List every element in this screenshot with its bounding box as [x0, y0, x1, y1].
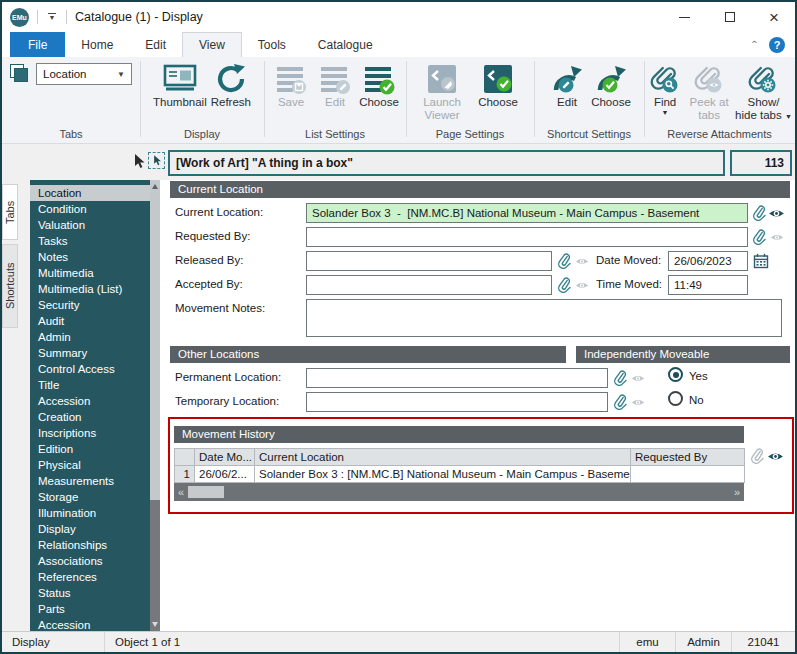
- thumbnail-button[interactable]: Thumbnail: [153, 62, 207, 109]
- chevron-down-icon[interactable]: ▼: [662, 109, 669, 117]
- minimize-button[interactable]: [665, 2, 703, 32]
- help-icon[interactable]: ?: [769, 37, 785, 53]
- pointer-cursor-icon[interactable]: [132, 154, 146, 171]
- page-choose-button[interactable]: Choose: [472, 62, 524, 109]
- movement-notes-field[interactable]: [306, 299, 782, 337]
- tab-item-accession[interactable]: Accession: [30, 393, 150, 409]
- collapse-ribbon-icon[interactable]: ⌃: [750, 39, 759, 49]
- tab-item-title[interactable]: Title: [30, 377, 150, 393]
- scrollbar-thumb[interactable]: [188, 486, 224, 498]
- close-button[interactable]: ×: [755, 2, 793, 32]
- permanent-location-field[interactable]: [306, 368, 608, 388]
- list-choose-button[interactable]: Choose: [359, 62, 399, 109]
- view-attachment-eye-icon-disabled: [573, 253, 590, 270]
- accepted-by-field[interactable]: [306, 275, 552, 295]
- scrollbar-thumb[interactable]: [150, 180, 160, 500]
- scroll-down-icon[interactable]: [152, 622, 158, 627]
- chevron-down-icon[interactable]: ▼: [117, 70, 125, 79]
- tab-edit[interactable]: Edit: [129, 32, 182, 57]
- tab-item-valuation[interactable]: Valuation: [30, 217, 150, 233]
- tab-item-physical[interactable]: Physical: [30, 457, 150, 473]
- scroll-right-icon[interactable]: »: [730, 483, 744, 501]
- movement-history-horizontal-scrollbar[interactable]: « »: [174, 483, 744, 501]
- shortcut-choose-button[interactable]: Choose: [591, 62, 631, 109]
- shortcut-edit-button[interactable]: Edit: [547, 62, 587, 109]
- section-header-other-locations: Other Locations: [170, 346, 566, 363]
- current-location-field[interactable]: Solander Box 3 - [NM.MC.B] National Muse…: [306, 203, 748, 223]
- tab-catalogue[interactable]: Catalogue: [302, 32, 389, 57]
- tab-item-relationships[interactable]: Relationships: [30, 537, 150, 553]
- tab-item-condition[interactable]: Condition: [30, 201, 150, 217]
- tab-item-tasks[interactable]: Tasks: [30, 233, 150, 249]
- find-button[interactable]: Find ▼: [647, 62, 683, 117]
- tab-tools[interactable]: Tools: [242, 32, 302, 57]
- tab-item-control-access[interactable]: Control Access: [30, 361, 150, 377]
- tab-select-combobox[interactable]: Location ▼: [36, 63, 132, 85]
- tab-item-display[interactable]: Display: [30, 521, 150, 537]
- requested-by-field[interactable]: [306, 227, 748, 247]
- tab-item-security[interactable]: Security: [30, 297, 150, 313]
- attach-icon[interactable]: [555, 276, 572, 293]
- thumbnail-icon: [163, 62, 197, 96]
- date-moved-cell[interactable]: 26/06/2...: [195, 466, 255, 483]
- tab-item-audit[interactable]: Audit: [30, 313, 150, 329]
- chevron-down-icon[interactable]: ▼: [785, 113, 792, 120]
- refresh-button[interactable]: Refresh: [211, 62, 251, 109]
- tab-item-references[interactable]: References: [30, 569, 150, 585]
- launch-viewer-button[interactable]: Launch Viewer: [416, 62, 468, 122]
- temporary-location-label: Temporary Location:: [175, 395, 279, 407]
- tab-view[interactable]: View: [182, 32, 242, 57]
- quick-access-dropdown-icon[interactable]: ▼: [46, 13, 58, 21]
- list-edit-button[interactable]: Edit: [315, 62, 355, 109]
- independently-moveable-yes-radio[interactable]: [668, 367, 683, 382]
- tab-list-scrollbar[interactable]: [150, 180, 160, 631]
- time-moved-field[interactable]: 11:49: [668, 275, 748, 295]
- attach-icon[interactable]: [611, 393, 628, 410]
- tab-item-multimedia-list[interactable]: Multimedia (List): [30, 281, 150, 297]
- attach-icon[interactable]: [750, 228, 767, 245]
- view-attachment-eye-icon[interactable]: [767, 448, 784, 465]
- scroll-up-icon[interactable]: [152, 184, 158, 189]
- scroll-left-icon[interactable]: «: [174, 483, 188, 501]
- show-hide-tabs-button[interactable]: Show/ hide tabs ▼: [735, 62, 792, 122]
- tab-file[interactable]: File: [10, 32, 65, 57]
- maximize-button[interactable]: [711, 2, 749, 32]
- attach-icon[interactable]: [611, 369, 628, 386]
- released-by-field[interactable]: [306, 251, 552, 271]
- attach-icon[interactable]: [555, 252, 572, 269]
- date-moved-field[interactable]: 26/06/2023: [668, 251, 748, 271]
- tab-item-multimedia[interactable]: Multimedia: [30, 265, 150, 281]
- tab-item-illumination[interactable]: Illumination: [30, 505, 150, 521]
- tab-item-measurements[interactable]: Measurements: [30, 473, 150, 489]
- tab-item-edition[interactable]: Edition: [30, 441, 150, 457]
- tabs-stack-icon[interactable]: [10, 64, 30, 84]
- independently-moveable-no-radio[interactable]: [668, 391, 683, 406]
- temporary-location-field[interactable]: [306, 392, 608, 412]
- select-mode-icon[interactable]: [148, 152, 165, 169]
- tab-item-inscriptions[interactable]: Inscriptions: [30, 425, 150, 441]
- list-save-button[interactable]: Save: [271, 62, 311, 109]
- tab-item-creation[interactable]: Creation: [30, 409, 150, 425]
- vertical-tab-shortcuts[interactable]: Shortcuts: [2, 244, 18, 328]
- attach-icon[interactable]: [750, 204, 767, 221]
- vertical-tab-tabs[interactable]: Tabs: [2, 184, 18, 240]
- requested-by-cell[interactable]: [631, 466, 745, 483]
- tab-home[interactable]: Home: [65, 32, 129, 57]
- emu-app-icon[interactable]: EMu: [10, 8, 29, 27]
- column-header-requested-by[interactable]: Requested By: [631, 449, 745, 466]
- tab-item-notes[interactable]: Notes: [30, 249, 150, 265]
- column-header-current-location[interactable]: Current Location: [255, 449, 631, 466]
- tab-item-summary[interactable]: Summary: [30, 345, 150, 361]
- movement-history-row[interactable]: 1 26/06/2... Solander Box 3 : [NM.MC.B] …: [175, 466, 745, 483]
- tab-item-associations[interactable]: Associations: [30, 553, 150, 569]
- current-location-cell[interactable]: Solander Box 3 : [NM.MC.B] National Muse…: [255, 466, 631, 483]
- tab-item-parts[interactable]: Parts: [30, 601, 150, 617]
- column-header-date-moved[interactable]: Date Mo...: [195, 449, 255, 466]
- tab-item-admin[interactable]: Admin: [30, 329, 150, 345]
- tab-item-storage[interactable]: Storage: [30, 489, 150, 505]
- tab-item-status[interactable]: Status: [30, 585, 150, 601]
- calendar-icon[interactable]: [752, 252, 769, 269]
- view-attachment-eye-icon[interactable]: [768, 205, 785, 222]
- peek-at-tabs-button[interactable]: Peek at tabs: [687, 62, 731, 122]
- tab-item-location[interactable]: Location: [30, 185, 150, 201]
